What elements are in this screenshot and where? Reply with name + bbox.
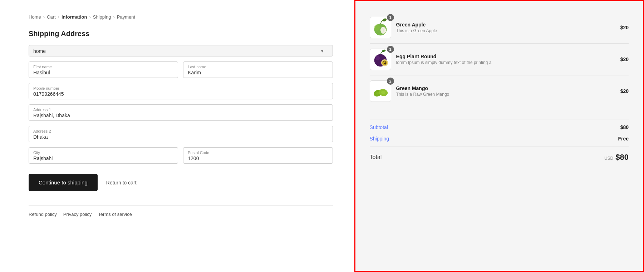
item-price-apple: $20 (620, 25, 629, 30)
last-name-field: Last name (183, 61, 333, 78)
breadcrumb-cart[interactable]: Cart (47, 14, 56, 20)
item-name-eggplant: Egg Plant Round (396, 54, 615, 59)
svg-point-1 (374, 24, 379, 30)
subtotal-label: Subtotal (370, 124, 388, 130)
mobile-input[interactable] (33, 91, 328, 97)
terms-of-service-link[interactable]: Terms of service (98, 212, 132, 217)
item-name-apple: Green Apple (396, 22, 615, 28)
first-name-label: First name (33, 65, 173, 69)
address1-group: Address 1 (29, 104, 333, 121)
total-label: Total (370, 154, 382, 160)
breadcrumb-home[interactable]: Home (29, 14, 41, 20)
total-amount: $80 (615, 153, 629, 162)
order-item-apple: 1 Green Apple This is a Green Apple $20 (370, 12, 629, 44)
item-name-mango: Green Mango (396, 85, 615, 91)
item-info-apple: Green Apple This is a Green Apple (396, 22, 615, 33)
item-price-mango: $20 (620, 88, 629, 94)
first-name-input[interactable] (33, 70, 173, 75)
svg-point-2 (382, 18, 387, 22)
totals-divider-top (370, 119, 629, 119)
postal-field: Postal Code (183, 147, 333, 164)
total-row: Total USD $80 (370, 149, 629, 165)
shipping-value: Free (618, 136, 629, 142)
breadcrumb-information: Information (62, 14, 87, 20)
address-select-group: home office other ▾ (29, 45, 333, 56)
order-summary: 1 Green Apple This is a Green Apple $20 (354, 0, 644, 272)
total-currency: USD (604, 156, 613, 161)
address2-label: Address 2 (33, 129, 328, 133)
item-info-eggplant: Egg Plant Round lorem Ipsum is simply du… (396, 54, 615, 65)
total-value-wrap: USD $80 (604, 153, 629, 162)
item-image-wrap-eggplant: 1 (370, 49, 391, 70)
last-name-input[interactable] (188, 70, 328, 75)
address1-input[interactable] (33, 113, 328, 118)
address2-field: Address 2 (29, 126, 333, 142)
breadcrumb-payment[interactable]: Payment (117, 14, 135, 20)
city-postal-row: City Postal Code (29, 147, 333, 164)
item-image-wrap-mango: 2 (370, 80, 391, 102)
name-row: First name Last name (29, 61, 333, 78)
item-image-wrap-apple: 1 (370, 17, 391, 38)
svg-point-11 (384, 63, 385, 64)
totals-section: Subtotal $80 Shipping Free Total USD $80 (370, 113, 629, 165)
privacy-policy-link[interactable]: Privacy policy (63, 212, 92, 217)
breadcrumb: Home › Cart › Information › Shipping › P… (29, 14, 333, 20)
svg-point-5 (375, 55, 380, 60)
item-price-eggplant: $20 (620, 56, 629, 62)
mobile-label: Mobile number (33, 86, 328, 90)
city-input[interactable] (33, 155, 173, 161)
item-quantity-badge-eggplant: 1 (387, 46, 394, 53)
last-name-label: Last name (188, 65, 328, 69)
item-quantity-badge-mango: 2 (387, 78, 394, 85)
continue-to-shipping-button[interactable]: Continue to shipping (29, 174, 98, 191)
address2-input[interactable] (33, 134, 328, 140)
footer-links: Refund policy Privacy policy Terms of se… (29, 206, 333, 217)
item-quantity-badge-apple: 1 (387, 14, 394, 21)
first-name-field: First name (29, 61, 178, 78)
address-select-field: home office other ▾ (29, 45, 333, 56)
city-field: City (29, 147, 178, 164)
postal-label: Postal Code (188, 150, 328, 155)
address-select[interactable]: home office other (33, 48, 328, 54)
subtotal-value: $80 (620, 124, 629, 130)
order-items-list: 1 Green Apple This is a Green Apple $20 (370, 12, 629, 107)
address1-field: Address 1 (29, 104, 333, 121)
address2-group: Address 2 (29, 126, 333, 142)
item-desc-mango: This is a Raw Green Mango (396, 92, 615, 97)
address1-label: Address 1 (33, 108, 328, 112)
order-item-mango: 2 Green Mango This is a Raw Green Mango … (370, 75, 629, 107)
totals-divider-bottom (370, 147, 629, 147)
city-label: City (33, 150, 173, 155)
item-info-mango: Green Mango This is a Raw Green Mango (396, 85, 615, 97)
shipping-label: Shipping (370, 136, 389, 142)
item-desc-eggplant: lorem Ipsum is simply dummy text of the … (396, 60, 615, 65)
mobile-group: Mobile number (29, 83, 333, 99)
item-desc-apple: This is a Green Apple (396, 28, 615, 33)
return-to-cart-link[interactable]: Return to cart (106, 180, 137, 186)
refund-policy-link[interactable]: Refund policy (29, 212, 57, 217)
postal-input[interactable] (188, 155, 328, 161)
section-title: Shipping Address (29, 30, 333, 38)
shipping-row: Shipping Free (370, 133, 629, 144)
mobile-field: Mobile number (29, 83, 333, 99)
subtotal-row: Subtotal $80 (370, 122, 629, 133)
action-buttons: Continue to shipping Return to cart (29, 174, 333, 191)
breadcrumb-shipping[interactable]: Shipping (93, 14, 111, 20)
svg-point-8 (382, 60, 387, 65)
order-item-eggplant: 1 Egg Plant Round lorem Ipsum is simply … (370, 44, 629, 75)
